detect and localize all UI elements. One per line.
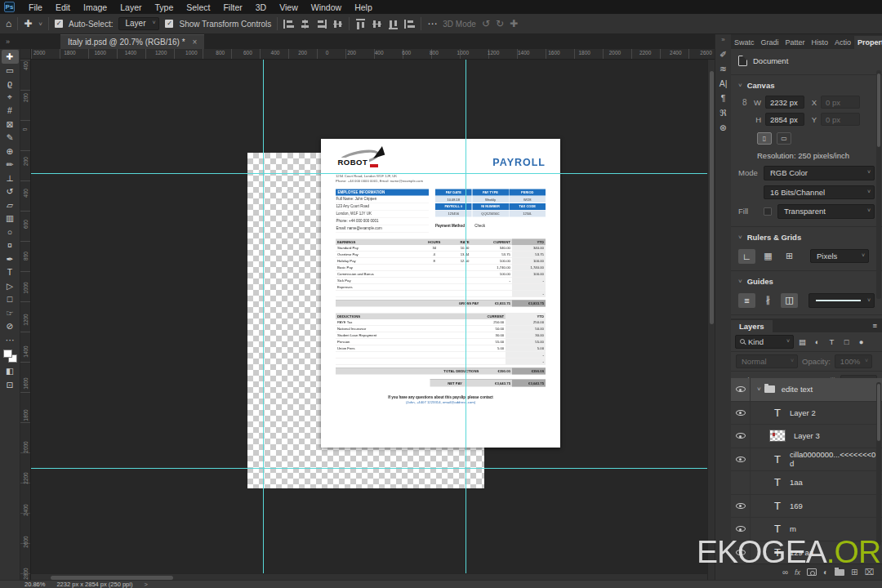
- scrollbar-thumb[interactable]: [877, 74, 880, 147]
- scrollbar-thumb[interactable]: [51, 576, 173, 580]
- layer-filter-icon[interactable]: □: [840, 336, 853, 348]
- fill-color-chip[interactable]: [764, 207, 772, 216]
- home-icon[interactable]: ⌂: [6, 19, 11, 29]
- group-expand-icon[interactable]: ˅: [757, 385, 761, 393]
- menu-item[interactable]: Help: [348, 2, 379, 12]
- filter-kind-select[interactable]: Kind ˅: [735, 335, 794, 349]
- tool-button[interactable]: ▱: [2, 198, 19, 212]
- auto-select-checkbox[interactable]: ✓: [55, 20, 63, 28]
- tool-button[interactable]: ⊥: [2, 172, 19, 185]
- panel-tab[interactable]: Patter: [782, 36, 808, 49]
- layers-tab[interactable]: Layers: [731, 320, 773, 332]
- layer-name[interactable]: 169: [790, 501, 803, 510]
- blend-mode-select[interactable]: Normal˅: [736, 354, 798, 368]
- close-icon[interactable]: ×: [193, 38, 198, 47]
- layer-name[interactable]: Layer 3: [794, 431, 820, 440]
- visibility-toggle[interactable]: [731, 378, 751, 401]
- canvas-horizontal-scrollbar[interactable]: [31, 573, 707, 580]
- color-mode-select[interactable]: RGB Color˅: [764, 166, 875, 180]
- visibility-toggle[interactable]: [731, 425, 751, 448]
- menu-item[interactable]: Select: [180, 2, 216, 12]
- rulers-grids-section-header[interactable]: ˅ Rulers & Grids: [731, 229, 882, 246]
- vertical-guide[interactable]: [466, 60, 466, 580]
- menu-item[interactable]: 3D: [249, 2, 273, 12]
- panel-tab[interactable]: Actio: [831, 36, 854, 49]
- canvas-area[interactable]: ROBOT PAYROLL 1234 Court Road, London W1…: [31, 60, 715, 580]
- visibility-toggle[interactable]: [731, 402, 751, 425]
- panel-tab[interactable]: Histo: [808, 36, 832, 49]
- distribute-center-icon[interactable]: [389, 19, 398, 29]
- 3d-mode-icon[interactable]: ✚: [510, 19, 518, 29]
- layer-filter-icon[interactable]: ◐: [811, 336, 823, 348]
- tool-button[interactable]: ϱ: [2, 77, 19, 91]
- fill-select[interactable]: Transparent˅: [777, 204, 875, 219]
- tool-button[interactable]: T: [2, 265, 19, 279]
- more-options-icon[interactable]: ⋯: [427, 19, 437, 29]
- quick-mask-button[interactable]: ◧: [2, 364, 19, 378]
- layer-name[interactable]: Layer 2: [790, 408, 816, 417]
- canvas-section-header[interactable]: ˅ Canvas: [731, 77, 882, 94]
- menu-item[interactable]: Layer: [114, 2, 148, 12]
- foreground-color-swatch[interactable]: [3, 350, 12, 358]
- menu-item[interactable]: Window: [305, 2, 348, 12]
- layer-name[interactable]: 1aa: [790, 478, 803, 487]
- align-left-icon[interactable]: [283, 20, 294, 29]
- guide-style-select[interactable]: ˅: [808, 293, 875, 308]
- document-tab[interactable]: Italy id.psd @ 20.7% (RGB/16) * ×: [60, 34, 204, 49]
- align-right-icon[interactable]: [316, 20, 327, 29]
- screen-mode-button[interactable]: ⊡: [2, 378, 19, 392]
- properties-scrollbar[interactable]: [876, 70, 881, 299]
- align-top-icon[interactable]: [333, 19, 342, 29]
- guides-toggle[interactable]: ∦: [760, 293, 777, 308]
- distribute-vertical-icon[interactable]: [372, 19, 381, 29]
- auto-select-target-dropdown[interactable]: Layer˅: [118, 17, 159, 30]
- landscape-orientation-button[interactable]: ▭: [777, 132, 791, 145]
- expand-panels-icon[interactable]: »: [721, 36, 724, 43]
- dock-panel-icon[interactable]: ≋: [716, 61, 731, 76]
- horizontal-guide[interactable]: [31, 468, 715, 469]
- 3d-mode-icon[interactable]: ↺: [482, 19, 490, 29]
- tool-button[interactable]: ▭: [2, 64, 19, 78]
- tool-button[interactable]: ▷: [2, 279, 19, 293]
- scrollbar-thumb[interactable]: [710, 71, 714, 324]
- tool-button[interactable]: ¤: [2, 238, 19, 252]
- guides-toggle[interactable]: ◫: [781, 293, 798, 308]
- tool-button[interactable]: ⋯: [2, 333, 19, 347]
- panel-menu-icon[interactable]: ≡: [867, 318, 882, 332]
- layer-row[interactable]: ˅ T edite text: [731, 378, 882, 402]
- horizontal-guide[interactable]: [31, 173, 715, 174]
- color-swatches[interactable]: [3, 350, 17, 363]
- tool-button[interactable]: □: [2, 292, 19, 306]
- dock-panel-icon[interactable]: ✐: [716, 47, 731, 61]
- layer-row[interactable]: ˅ T Layer 3: [731, 425, 882, 448]
- tool-button[interactable]: ✏: [2, 158, 19, 172]
- rulers-grid-toggle[interactable]: ∟: [738, 249, 755, 264]
- tool-button[interactable]: ✚: [2, 50, 19, 64]
- tool-button[interactable]: ↺: [2, 185, 19, 198]
- visibility-toggle[interactable]: [731, 471, 751, 494]
- dock-panel-icon[interactable]: ⊛: [716, 120, 731, 135]
- dock-panel-icon[interactable]: A|: [716, 76, 731, 91]
- tool-button[interactable]: ✒: [2, 252, 19, 266]
- tool-button[interactable]: ⊘: [2, 319, 19, 333]
- dock-panel-icon[interactable]: ¶: [716, 91, 731, 105]
- tool-button[interactable]: ▥: [2, 212, 19, 225]
- visibility-toggle[interactable]: [731, 495, 751, 518]
- layer-name[interactable]: m: [790, 524, 796, 533]
- layer-effects-icon[interactable]: fx: [795, 568, 800, 577]
- 3d-mode-icon[interactable]: ↻: [496, 19, 504, 29]
- dock-panel-icon[interactable]: ℜ: [716, 105, 731, 120]
- align-center-icon[interactable]: [300, 20, 310, 29]
- canvas-vertical-scrollbar[interactable]: [707, 60, 715, 580]
- panel-tab[interactable]: Gradi: [758, 36, 782, 49]
- new-group-icon[interactable]: [835, 569, 844, 576]
- rulers-grid-toggle[interactable]: ⊞: [781, 249, 798, 264]
- layer-row[interactable]: ˅ T 1aa: [731, 471, 882, 495]
- layer-filter-icon[interactable]: T: [826, 336, 838, 348]
- guides-section-header[interactable]: ˅ Guides: [731, 273, 882, 290]
- layer-filter-icon[interactable]: ▤: [796, 336, 808, 348]
- layer-row[interactable]: ˅ T Layer 2: [731, 402, 882, 425]
- units-select[interactable]: Pixels˅: [810, 249, 869, 264]
- layer-name[interactable]: cilla0000000...<<<<<<<0 d: [790, 450, 882, 468]
- bit-depth-select[interactable]: 16 Bits/Channel˅: [764, 185, 875, 200]
